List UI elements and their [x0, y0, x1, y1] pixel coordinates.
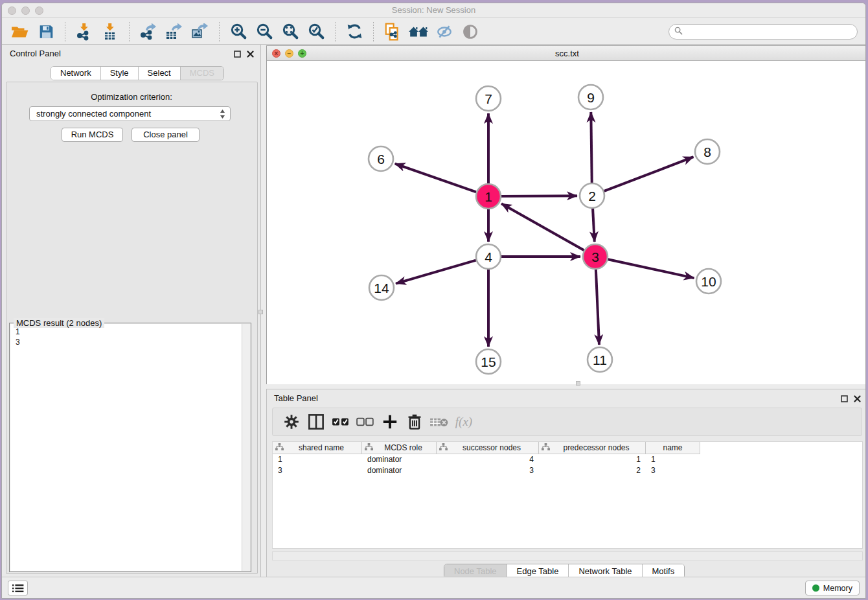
close-panel-button[interactable]: Close panel	[131, 128, 200, 142]
column-header-name[interactable]: name	[646, 442, 700, 454]
table-panel-title: Table Panel	[274, 393, 318, 403]
result-scrollbar[interactable]	[242, 324, 250, 571]
network-window-titlebar[interactable]: × − + scc.txt	[267, 46, 866, 61]
graph-edge-1-6[interactable]	[395, 164, 476, 192]
graph-node-label-7: 7	[485, 91, 492, 106]
export-table-icon[interactable]	[163, 21, 185, 42]
column-header-successor-nodes[interactable]: successor nodes	[437, 442, 539, 454]
mcds-result-list[interactable]: 13	[10, 324, 250, 571]
graph-node-label-2: 2	[588, 189, 596, 203]
vertical-splitter-grip[interactable]	[258, 310, 263, 314]
search-icon	[674, 26, 683, 38]
toolbar-separator	[219, 22, 220, 41]
hierarchy-icon	[542, 443, 550, 453]
refresh-layout-icon[interactable]	[343, 21, 365, 42]
network-canvas[interactable]: 7968124314101511	[267, 61, 866, 384]
tab-node-table[interactable]: Node Table	[444, 564, 507, 578]
graph-node-label-15: 15	[481, 354, 496, 369]
import-table-icon[interactable]	[99, 21, 121, 42]
table-row[interactable]: 3dominator323	[273, 465, 862, 476]
close-table-panel-icon[interactable]	[854, 393, 861, 405]
table-cell[interactable]: 1	[539, 454, 646, 465]
table-cell[interactable]: 2	[539, 465, 646, 476]
graph-edge-3-11[interactable]	[596, 270, 599, 345]
table-cell[interactable]: 1	[646, 454, 700, 465]
zoom-in-icon[interactable]	[227, 21, 249, 42]
delete-column-icon[interactable]	[405, 412, 424, 432]
float-table-panel-icon[interactable]	[841, 393, 848, 405]
tab-select[interactable]: Select	[139, 67, 181, 80]
toolbar-separator	[65, 22, 65, 41]
open-file-icon[interactable]	[9, 21, 31, 42]
zoom-out-icon[interactable]	[253, 21, 275, 42]
tab-motifs[interactable]: Motifs	[643, 564, 685, 578]
table-cell[interactable]: 3	[646, 465, 700, 476]
graph-node-label-8: 8	[703, 144, 711, 159]
control-panel: Control Panel Network Style Select MCDS …	[3, 45, 261, 581]
zoom-fit-icon[interactable]	[279, 21, 301, 42]
control-panel-title: Control Panel	[10, 49, 61, 58]
tab-network-table[interactable]: Network Table	[569, 564, 642, 578]
graph-edge-4-14[interactable]	[396, 260, 476, 284]
table-cell[interactable]: 3	[437, 465, 539, 476]
duplicate-network-icon[interactable]	[382, 21, 404, 42]
close-panel-icon[interactable]	[247, 49, 254, 60]
mcds-result-item[interactable]: 3	[16, 337, 245, 347]
column-header-label: name	[648, 443, 697, 452]
tab-mcds[interactable]: MCDS	[181, 67, 223, 80]
search-input[interactable]	[686, 27, 852, 37]
list-icon	[12, 584, 24, 593]
mcds-result-item[interactable]: 1	[16, 327, 245, 337]
float-panel-icon[interactable]	[234, 49, 241, 60]
table-cell[interactable]: 3	[273, 465, 362, 476]
column-header-predecessor-nodes[interactable]: predecessor nodes	[539, 442, 646, 454]
table-row[interactable]: 1dominator411	[273, 454, 862, 465]
table-header-row: shared nameMCDS rolesuccessor nodesprede…	[273, 442, 862, 454]
task-history-button[interactable]	[8, 581, 28, 595]
clear-all-checkboxes-icon[interactable]	[356, 412, 375, 432]
optimization-criterion-label: Optimization criterion:	[3, 92, 260, 102]
select-all-checkboxes-icon[interactable]	[331, 412, 350, 432]
graph-node-label-10: 10	[701, 274, 716, 289]
window-title: Session: New Session	[2, 5, 865, 15]
column-header-shared-name[interactable]: shared name	[273, 442, 362, 454]
graph-edge-2-8[interactable]	[604, 157, 694, 191]
search-box[interactable]	[668, 24, 858, 40]
export-image-icon[interactable]	[189, 21, 211, 42]
hierarchy-icon	[439, 443, 448, 453]
tab-style[interactable]: Style	[101, 67, 139, 80]
optimization-criterion-dropdown[interactable]: strongly connected component	[29, 106, 231, 121]
tab-network[interactable]: Network	[51, 67, 101, 80]
graph-edge-3-1[interactable]	[501, 203, 584, 250]
split-columns-icon[interactable]	[306, 412, 326, 432]
graph-edge-1-2[interactable]	[501, 196, 577, 196]
hide-panel-icon[interactable]	[433, 21, 455, 42]
graph-edge-3-10[interactable]	[608, 259, 694, 278]
add-column-icon[interactable]	[380, 412, 400, 432]
graph-node-label-1: 1	[485, 189, 492, 204]
mcds-result-group: 13 MCDS result (2 nodes)	[9, 323, 251, 572]
tab-edge-table[interactable]: Edge Table	[507, 564, 569, 578]
export-network-icon[interactable]	[137, 21, 159, 42]
column-header-MCDS-role[interactable]: MCDS role	[362, 442, 437, 454]
graph-edge-2-3[interactable]	[593, 209, 595, 242]
table-horizontal-scrollbar[interactable]	[272, 551, 863, 560]
horizontal-splitter-grip[interactable]	[576, 381, 580, 386]
preview-icon	[459, 21, 481, 42]
memory-button[interactable]: Memory	[805, 581, 860, 595]
status-bar: Memory	[2, 577, 865, 598]
settings-gear-icon[interactable]	[282, 412, 301, 432]
zoom-selected-icon[interactable]	[305, 21, 327, 42]
desktop: Session: New Session Control Panel	[0, 0, 868, 600]
graph-edge-2-9[interactable]	[591, 112, 591, 183]
save-session-icon[interactable]	[35, 21, 57, 42]
table-panel-header: Table Panel	[267, 389, 866, 408]
table-cell[interactable]: dominator	[362, 454, 437, 465]
column-header-label: MCDS role	[373, 443, 433, 452]
run-mcds-button[interactable]: Run MCDS	[62, 128, 123, 142]
table-cell[interactable]: 4	[437, 454, 539, 465]
table-cell[interactable]: dominator	[362, 465, 437, 476]
import-network-icon[interactable]	[73, 21, 95, 42]
home-icon[interactable]	[407, 21, 429, 42]
table-cell[interactable]: 1	[273, 454, 362, 465]
